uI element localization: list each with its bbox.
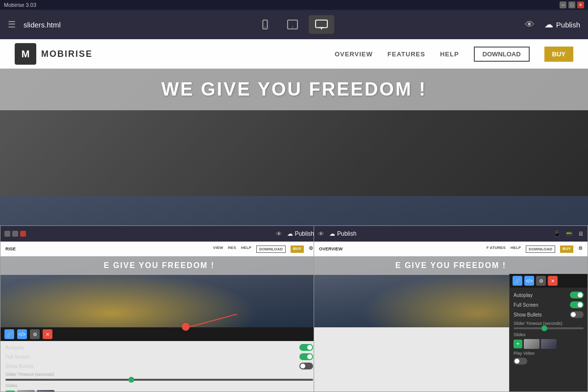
fullscreen-toggle[interactable] [299,353,313,360]
right-play-video-toggle[interactable] [514,358,527,365]
hero-slider: WE GIVE YOU FREEDOM ! Carousell embrsing… [0,69,588,392]
arrow-dot [182,323,190,331]
right-slides-row: + [514,339,584,349]
main-content: M MOBIRISE OVERVIEW FEATURES HELP DOWNLO… [0,39,588,392]
right-slide-thumb-2[interactable] [541,339,557,349]
preview-icon[interactable]: 👁 [525,19,535,30]
nested-nav-download: DOWNLOAD [256,245,286,253]
nested-right-window: 👁 ☁ Publish 📱 📟 🖥 [314,225,588,392]
nested-right-site-bar: OVERVIEW F ATURES HELP DOWNLOAD BUY ⚙ [314,242,588,256]
cloud-icon: ☁ [544,19,553,30]
nav-features[interactable]: FEATURES [388,50,425,58]
close-button[interactable]: ✕ [577,1,584,8]
nav-overview[interactable]: OVERVIEW [335,50,373,58]
gray-band: WE GIVE YOU FREEDOM ! [0,69,588,110]
right-slider-thumb [541,325,547,331]
panel-gear-icon[interactable]: ⚙ [30,329,40,339]
show-bullets-toggle[interactable] [299,363,313,369]
nested-nav-help: HELP [241,245,251,253]
svg-rect-4 [316,20,327,28]
nested-right-mobile-icon[interactable]: 📱 [553,230,561,237]
nested-settings-icon[interactable]: ⚙ [309,245,313,253]
publish-button[interactable]: ☁ Publish [544,19,580,30]
right-fullscreen-label: Full Screen [514,302,539,308]
nested-editor-right: 🔗 </> ⚙ ✕ Autoplay Full Screen [509,274,588,392]
right-slides-section: Slides + Play Video [514,332,584,365]
svg-point-1 [265,27,266,28]
title-bar: Mobirise 3.03 ─ □ ✕ [0,0,588,10]
hamburger-icon[interactable]: ☰ [8,19,16,30]
panel-code-icon[interactable]: </> [17,329,27,339]
right-timeout-slider[interactable] [514,327,584,329]
nested-left-freedom-band: E GIVE YOU FREEDOM ! [0,256,318,275]
slider-timeout-slider[interactable] [5,379,313,381]
slides-row: + [5,390,313,392]
nested-right-tablet-icon[interactable]: 📟 [565,230,573,237]
right-slides-label: Slides [514,332,584,337]
nested-max[interactable] [12,231,18,237]
panel-delete-icon[interactable]: ✕ [43,329,52,339]
nested-cloud-icon: ☁ [287,230,293,237]
nav-buy-button[interactable]: BUY [544,47,573,62]
right-autoplay-row: Autoplay [514,292,584,298]
nested-panel-content: Autoplay Full Screen Show Bullets Slider… [0,341,318,392]
nested-close[interactable] [20,231,26,237]
minimize-button[interactable]: ─ [560,1,566,8]
nested-editor-right-content: Autoplay Full Screen Show Bullets [510,288,588,368]
tablet-view-button[interactable] [280,15,305,34]
right-panel-gear-icon[interactable]: ⚙ [536,276,546,286]
nested-right-publish-btn[interactable]: ☁ Publish [329,230,356,237]
right-panel-code-icon[interactable]: </> [524,276,534,286]
logo-text: MOBIRISE [41,49,93,59]
svg-point-3 [292,27,293,28]
nested-min[interactable] [4,231,10,237]
title-bar-text: Mobirise 3.03 [4,2,36,8]
nested-nav-buy: BUY [291,245,304,253]
right-add-slide-button[interactable]: + [514,340,522,348]
toolbar: ☰ sliders.html 👁 ☁ Publish [0,10,588,39]
right-bullets-row: Show Bullets [514,311,584,318]
nested-right-nav-help: HELP [511,245,521,253]
nested-right-nav-download: DOWNLOAD [526,245,555,253]
nav-help[interactable]: HELP [440,50,459,58]
nav-download-button[interactable]: DOWNLOAD [474,47,530,62]
nested-right-preview-icon[interactable]: 👁 [318,230,324,238]
nested-publish-btn[interactable]: ☁ Publish [287,230,314,237]
nested-right-publish-label: Publish [337,230,356,237]
nested-nav-links: VIEW RES HELP DOWNLOAD BUY ⚙ [213,245,313,253]
slide-thumb-2[interactable] [37,390,54,392]
right-fullscreen-toggle[interactable] [570,301,584,308]
right-panel-delete-icon[interactable]: ✕ [548,276,558,286]
show-bullets-row: Show Bullets [5,363,313,369]
right-autoplay-toggle[interactable] [570,292,584,298]
autoplay-label: Autoplay [5,345,24,350]
autoplay-row: Autoplay [5,344,313,351]
right-fullscreen-row: Full Screen [514,301,584,308]
mobile-view-button[interactable] [254,15,276,34]
maximize-button[interactable]: □ [568,1,575,8]
right-slide-thumb-1[interactable] [524,339,539,349]
nested-preview-icon[interactable]: 👁 [276,230,282,238]
nested-right-desktop-icon[interactable]: 🖥 [578,230,584,237]
slides-label: Slides [5,383,313,388]
website-preview: M MOBIRISE OVERVIEW FEATURES HELP DOWNLO… [0,39,588,392]
desktop-view-button[interactable] [309,15,334,34]
title-bar-controls: ─ □ ✕ [560,1,584,8]
right-play-video-label: Play Video [514,351,584,356]
nested-nav-features: RES [228,245,236,253]
nested-right-device-icons: 📱 📟 🖥 [553,230,584,237]
autoplay-toggle[interactable] [299,344,313,351]
right-bullets-toggle[interactable] [570,311,584,318]
slide-thumb-1[interactable] [17,390,35,392]
nested-editor-right-header: 🔗 </> ⚙ ✕ [510,274,588,288]
site-navbar: M MOBIRISE OVERVIEW FEATURES HELP DOWNLO… [0,39,588,69]
panel-link-icon[interactable]: 🔗 [4,329,14,339]
nested-right-freedom-band: E GIVE YOU FREEDOM ! [314,256,588,275]
right-panel-link-icon[interactable]: 🔗 [513,276,522,286]
nested-right-settings-icon[interactable]: ⚙ [578,245,583,253]
right-timeout-label: Slider Timeout (seconds) [514,321,584,326]
freedom-text: WE GIVE YOU FREEDOM ! [161,79,427,100]
arrow-annotation [182,308,241,347]
nested-logo: RISE [5,246,16,251]
publish-label: Publish [556,21,580,29]
